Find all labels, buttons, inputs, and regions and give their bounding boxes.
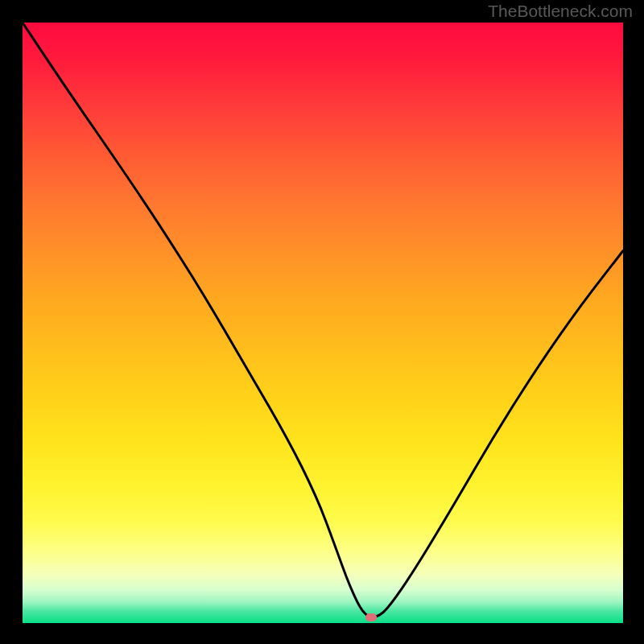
chart-container: TheBottleneck.com bbox=[0, 0, 644, 644]
plot-area bbox=[23, 23, 623, 623]
optimum-marker bbox=[365, 613, 377, 621]
watermark-text: TheBottleneck.com bbox=[488, 2, 633, 21]
bottleneck-curve bbox=[23, 23, 623, 617]
curve-svg bbox=[23, 23, 623, 623]
